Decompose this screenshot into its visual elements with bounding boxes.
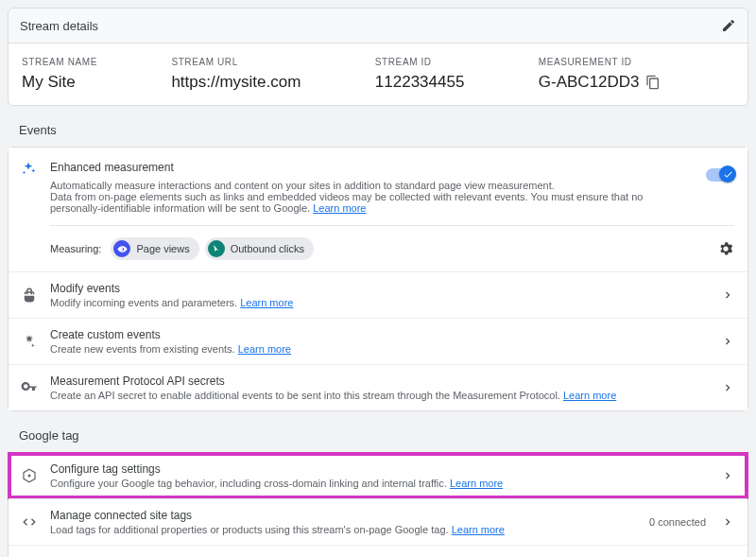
configure-tag-settings-row[interactable]: Configure tag settings Configure your Go…	[9, 453, 747, 498]
chip-outbound-clicks: Outbound clicks	[205, 237, 314, 260]
value: 1122334455	[375, 73, 539, 92]
field-stream-name: STREAM NAME My Site	[22, 57, 171, 92]
divider	[50, 225, 734, 226]
google-tag-card: Configure tag settings Configure your Go…	[8, 452, 748, 557]
field-stream-url: STREAM URL https://mysite.com	[171, 57, 374, 92]
chevron-right-icon	[721, 288, 734, 302]
row-desc: Create new events from existing events. …	[50, 343, 710, 355]
modify-events-icon	[20, 286, 39, 305]
enhanced-measurement-desc: Automatically measure interactions and c…	[50, 180, 655, 214]
stream-details-card: Stream details STREAM NAME My Site STREA…	[8, 8, 748, 106]
enhanced-measurement-row: Enhanced measurement Automatically measu…	[9, 148, 747, 271]
learn-more-link[interactable]: Learn more	[450, 478, 503, 489]
api-secrets-row[interactable]: Measurement Protocol API secrets Create …	[9, 364, 747, 410]
row-title: Measurement Protocol API secrets	[50, 374, 710, 388]
chip-label: Outbound clicks	[231, 243, 304, 254]
row-title: Modify events	[50, 282, 710, 295]
chip-page-views: Page views	[111, 237, 198, 260]
copy-icon[interactable]	[645, 75, 661, 90]
chevron-right-icon	[721, 381, 734, 394]
learn-more-link[interactable]: Learn more	[240, 297, 293, 308]
row-desc: Create an API secret to enable additiona…	[50, 390, 710, 401]
manage-connected-tags-row[interactable]: Manage connected site tags Load tags for…	[9, 498, 747, 545]
field-stream-id: STREAM ID 1122334455	[375, 57, 539, 92]
row-desc: Configure your Google tag behavior, incl…	[50, 478, 710, 489]
row-title: Manage connected site tags	[50, 509, 638, 522]
events-card: Enhanced measurement Automatically measu…	[8, 147, 748, 411]
row-desc: Modify incoming events and parameters. L…	[50, 297, 710, 308]
chevron-right-icon	[721, 335, 734, 348]
key-icon	[20, 378, 39, 397]
chevron-right-icon	[721, 515, 734, 529]
custom-events-icon	[20, 332, 39, 351]
learn-more-link[interactable]: Learn more	[313, 202, 366, 214]
label: STREAM NAME	[22, 57, 171, 67]
tag-icon	[20, 466, 39, 485]
row-title: Create custom events	[50, 328, 710, 341]
measuring-label: Measuring:	[50, 243, 101, 254]
field-measurement-id: MEASUREMENT ID G-ABC12DD3	[539, 57, 734, 92]
gear-icon[interactable]	[717, 240, 734, 257]
chevron-right-icon	[721, 469, 734, 482]
modify-events-row[interactable]: Modify events Modify incoming events and…	[9, 271, 747, 318]
value: My Site	[22, 73, 171, 92]
cursor-icon	[208, 240, 225, 257]
chip-label: Page views	[136, 243, 189, 254]
stream-details-header: Stream details	[9, 9, 747, 44]
row-desc: Load tags for additional properties or p…	[50, 524, 638, 535]
label: STREAM ID	[375, 57, 539, 67]
learn-more-link[interactable]: Learn more	[238, 343, 291, 355]
measuring-row: Measuring: Page views Outbound clicks	[50, 237, 734, 260]
measurement-id-text: G-ABC12DD3	[539, 73, 640, 92]
label: MEASUREMENT ID	[539, 57, 734, 67]
eye-icon	[113, 240, 130, 257]
sparkles-icon	[20, 161, 37, 178]
learn-more-link[interactable]: Learn more	[452, 524, 505, 535]
enhanced-measurement-title: Enhanced measurement	[50, 161, 734, 174]
value: G-ABC12DD3	[539, 73, 734, 92]
stream-details-title: Stream details	[20, 19, 98, 33]
svg-point-0	[28, 475, 31, 478]
desc-line-1: Automatically measure interactions and c…	[50, 180, 555, 191]
google-tag-section-title: Google tag	[8, 419, 748, 448]
learn-more-link[interactable]: Learn more	[563, 390, 616, 401]
value: https://mysite.com	[171, 73, 374, 92]
connect-icon	[20, 513, 39, 531]
create-custom-events-row[interactable]: Create custom events Create new events f…	[9, 318, 747, 364]
enhanced-measurement-toggle[interactable]	[706, 168, 734, 182]
edit-icon[interactable]	[721, 18, 736, 33]
events-section-title: Events	[8, 113, 748, 143]
field-row: STREAM NAME My Site STREAM URL https://m…	[22, 57, 734, 92]
connected-count: 0 connected	[649, 516, 706, 528]
row-title: Configure tag settings	[50, 462, 710, 476]
view-tag-instructions-row[interactable]: View tag instructions Get instructions f…	[9, 545, 747, 557]
label: STREAM URL	[171, 57, 374, 67]
